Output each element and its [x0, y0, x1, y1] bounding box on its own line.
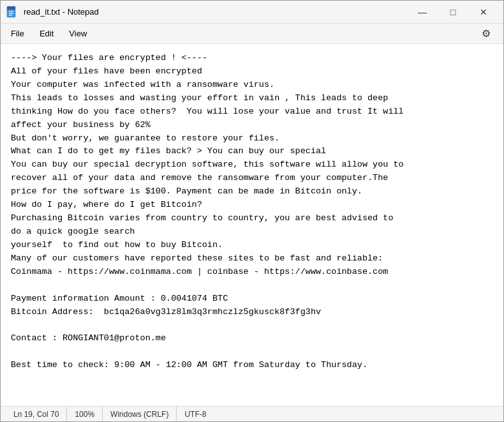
settings-icon[interactable]: ⚙: [477, 26, 496, 41]
line-ending: Windows (CRLF): [103, 407, 177, 421]
svg-rect-1: [7, 6, 15, 10]
encoding: UTF-8: [177, 407, 214, 421]
minimize-button[interactable]: —: [408, 1, 437, 24]
notepad-window: read_it.txt - Notepad — □ ✕ File Edit Vi…: [0, 0, 504, 422]
menu-bar: File Edit View ⚙: [1, 24, 503, 44]
maximize-button[interactable]: □: [438, 1, 468, 24]
cursor-position: Ln 19, Col 70: [6, 407, 67, 421]
status-bar: Ln 19, Col 70 100% Windows (CRLF) UTF-8: [1, 406, 503, 421]
app-icon: [6, 6, 19, 19]
view-menu[interactable]: View: [61, 26, 94, 41]
file-menu[interactable]: File: [3, 26, 32, 41]
window-controls: — □ ✕: [408, 1, 498, 24]
text-editor[interactable]: [1, 44, 503, 406]
title-bar: read_it.txt - Notepad — □ ✕: [1, 1, 503, 24]
close-button[interactable]: ✕: [469, 1, 498, 24]
window-title: read_it.txt - Notepad: [24, 7, 408, 17]
content-area: [1, 44, 503, 406]
edit-menu[interactable]: Edit: [32, 26, 61, 41]
settings-area: ⚙: [477, 27, 501, 40]
zoom-level: 100%: [67, 407, 103, 421]
